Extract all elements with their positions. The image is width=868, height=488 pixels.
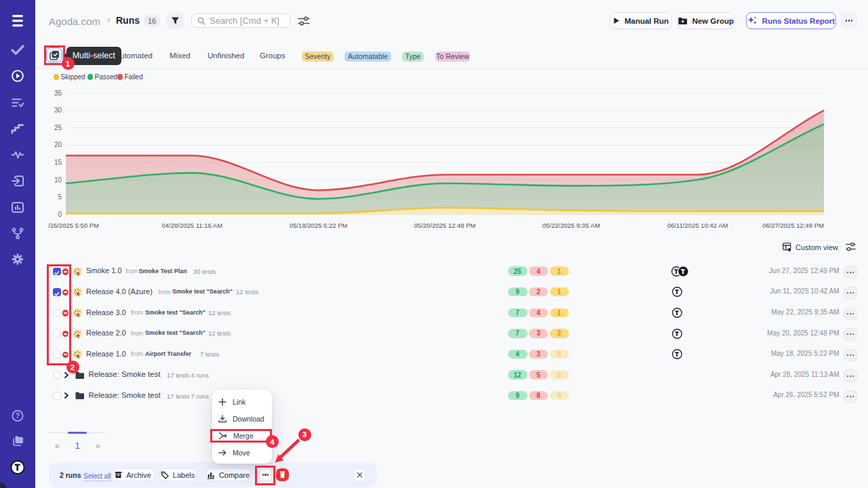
svg-text:5: 5 [58,193,62,201]
svg-text:06/11/2025 10:42 AM: 06/11/2025 10:42 AM [667,222,728,229]
svg-text:15: 15 [54,159,62,166]
svg-text:30: 30 [54,106,62,114]
svg-text:05/20/2025 12:48 PM: 05/20/2025 12:48 PM [414,222,476,229]
svg-text:04/28/2025 11:16 AM: 04/28/2025 11:16 AM [161,222,222,229]
svg-text:05/22/2025 9:35 AM: 05/22/2025 9:35 AM [542,222,600,229]
svg-text:0: 0 [58,211,62,218]
svg-text:35: 35 [54,89,62,97]
svg-text:25: 25 [54,124,62,131]
svg-text:10: 10 [54,176,62,184]
svg-text:/26/2025 5:50 PM: /26/2025 5:50 PM [48,222,99,229]
svg-text:?: ? [16,412,20,420]
svg-text:20: 20 [54,141,62,148]
svg-text:06/27/2025 12:49 PM: 06/27/2025 12:49 PM [762,222,824,229]
svg-text:05/18/2025 5:22 PM: 05/18/2025 5:22 PM [290,222,348,229]
